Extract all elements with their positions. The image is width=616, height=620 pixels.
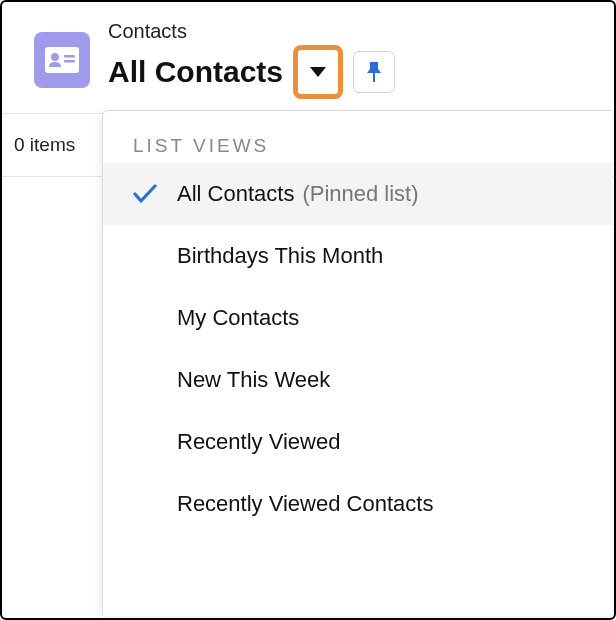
check-cell — [133, 184, 177, 204]
listview-option[interactable]: Recently Viewed — [103, 411, 612, 473]
id-card-icon — [45, 47, 79, 73]
listview-option-label-wrap: Recently Viewed Contacts — [177, 491, 433, 517]
listview-dropdown-panel: LIST VIEWS All Contacts(Pinned list)Birt… — [102, 110, 612, 616]
svg-rect-3 — [64, 60, 75, 63]
listview-option-label-wrap: Birthdays This Month — [177, 243, 383, 269]
dropdown-items: All Contacts(Pinned list)Birthdays This … — [103, 163, 612, 535]
dropdown-highlight-box — [293, 45, 343, 99]
listview-option-label-wrap: Recently Viewed — [177, 429, 340, 455]
object-label: Contacts — [108, 20, 594, 43]
listview-option-label-wrap: My Contacts — [177, 305, 299, 331]
listview-option-label: Recently Viewed — [177, 429, 340, 455]
check-icon — [133, 184, 157, 204]
pin-icon — [366, 61, 382, 83]
svg-point-1 — [51, 53, 59, 61]
caret-down-icon — [309, 65, 327, 79]
listview-dropdown-trigger[interactable] — [300, 52, 336, 92]
listview-option-label: All Contacts — [177, 181, 294, 207]
svg-rect-2 — [64, 55, 75, 58]
svg-rect-4 — [373, 73, 375, 82]
listview-option-label-wrap: New This Week — [177, 367, 330, 393]
pinned-hint: (Pinned list) — [302, 181, 418, 207]
listview-option[interactable]: My Contacts — [103, 287, 612, 349]
view-title[interactable]: All Contacts — [108, 55, 283, 89]
listview-option[interactable]: Birthdays This Month — [103, 225, 612, 287]
listview-option-label: My Contacts — [177, 305, 299, 331]
page-header: Contacts All Contacts — [2, 2, 614, 114]
listview-option[interactable]: Recently Viewed Contacts — [103, 473, 612, 535]
listview-option-label: Recently Viewed Contacts — [177, 491, 433, 517]
pin-button[interactable] — [353, 51, 395, 93]
listview-option-label-wrap: All Contacts(Pinned list) — [177, 181, 419, 207]
listview-option[interactable]: All Contacts(Pinned list) — [103, 163, 612, 225]
dropdown-heading: LIST VIEWS — [103, 111, 612, 163]
header-text: Contacts All Contacts — [108, 20, 594, 99]
listview-option[interactable]: New This Week — [103, 349, 612, 411]
listview-option-label: Birthdays This Month — [177, 243, 383, 269]
listview-option-label: New This Week — [177, 367, 330, 393]
title-row: All Contacts — [108, 45, 594, 99]
contacts-app-icon — [34, 32, 90, 88]
